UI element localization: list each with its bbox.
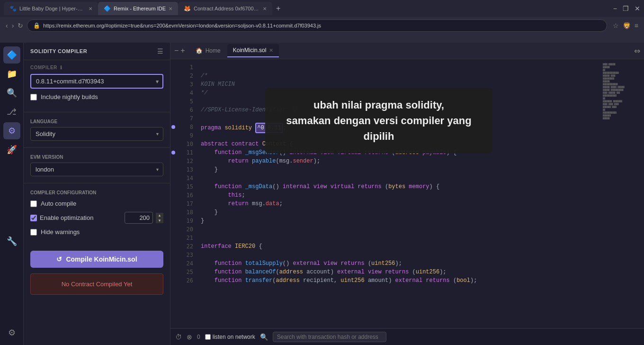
no-contract-box: No Contract Compiled Yet bbox=[30, 273, 163, 295]
address-bar[interactable]: 🔒 https://remix.ethereum.org/#optimize=t… bbox=[27, 19, 607, 32]
code-line-17: return msg.data; bbox=[201, 200, 595, 208]
compiler-info-icon: ℹ bbox=[60, 65, 63, 70]
auto-compile-checkbox[interactable] bbox=[30, 200, 37, 207]
browser-action-icons: ☆ 🦁 ≡ bbox=[613, 22, 638, 29]
language-section: LANGUAGE Solidity bbox=[24, 114, 170, 145]
listen-network-checkbox[interactable] bbox=[205, 334, 211, 340]
optimization-runs-input[interactable] bbox=[125, 212, 153, 224]
browser-toolbar: ‹ › ↻ 🔒 https://remix.ethereum.org/#opti… bbox=[0, 17, 644, 34]
compiler-version-select[interactable]: 0.8.11+commit.d7f03943 bbox=[30, 74, 163, 89]
editor-tab-koinmicin[interactable]: KoinMicin.sol ✕ bbox=[227, 44, 279, 57]
config-section: COMPILER CONFIGURATION Auto compile Enab… bbox=[24, 185, 170, 245]
tooltip-line2: samakan dengan versi compiler yang dipil… bbox=[278, 113, 479, 144]
back-button[interactable]: ‹ bbox=[6, 22, 8, 29]
divider-1 bbox=[24, 112, 170, 112]
history-icon[interactable]: ⏱ bbox=[175, 333, 182, 341]
browser-tab-1[interactable]: 🔷 Remix - Ethereum IDE ✕ bbox=[98, 2, 178, 15]
brave-icon[interactable]: 🦁 bbox=[623, 22, 631, 29]
tab-label-1: Remix - Ethereum IDE bbox=[114, 6, 166, 11]
language-label: LANGUAGE bbox=[30, 119, 163, 124]
auto-compile-label: Auto compile bbox=[41, 200, 76, 207]
maximize-button[interactable]: ❐ bbox=[623, 5, 629, 12]
evm-section: EVM VERSION london bbox=[24, 150, 170, 181]
code-line-12: return payable(msg.sender); bbox=[201, 157, 595, 165]
mini-map-content: ████ ██████ ██████ ██ ██████████████ ███… bbox=[599, 59, 644, 124]
include-nightly-label: Include nightly builds bbox=[41, 93, 98, 100]
panel-menu-icon[interactable]: ☰ bbox=[157, 47, 163, 55]
browser-tab-0[interactable]: 🐾 Little Baby Doge | Hyper-Deflationa...… bbox=[4, 2, 98, 15]
sidebar-item-tools[interactable]: 🔧 bbox=[3, 233, 20, 250]
sidebar-item-settings[interactable]: ⚙ bbox=[3, 324, 20, 341]
lock-icon: 🔒 bbox=[33, 22, 40, 29]
sidebar-item-git[interactable]: ⎇ bbox=[3, 103, 20, 120]
evm-label: EVM VERSION bbox=[30, 154, 163, 160]
listen-network-wrapper: listen on network bbox=[205, 334, 255, 340]
home-tab-icon: 🏠 bbox=[196, 47, 203, 54]
enable-optimization-label: Enable optimization bbox=[40, 214, 93, 221]
hide-warnings-checkbox[interactable] bbox=[30, 229, 37, 236]
forward-button[interactable]: › bbox=[12, 22, 14, 29]
auto-compile-row: Auto compile bbox=[30, 200, 163, 207]
tab-favicon-0: 🐾 bbox=[9, 5, 17, 12]
sidebar-item-deploy[interactable]: 🚀 bbox=[3, 141, 20, 158]
close-button[interactable]: ✕ bbox=[635, 5, 640, 12]
no-contract-label: No Contract Compiled Yet bbox=[62, 281, 133, 288]
language-select-wrapper: Solidity bbox=[30, 127, 163, 141]
config-label: COMPILER CONFIGURATION bbox=[30, 190, 163, 195]
sidebar-item-search[interactable]: 🔍 bbox=[3, 84, 20, 101]
search-bottom-icon[interactable]: 🔍 bbox=[260, 333, 268, 341]
enable-optimization-checkbox[interactable] bbox=[30, 215, 37, 221]
optimization-up-button[interactable]: ▲ bbox=[156, 213, 163, 218]
url-text: https://remix.ethereum.org/#optimize=tru… bbox=[43, 23, 600, 28]
clear-icon[interactable]: ⊗ bbox=[187, 333, 192, 341]
code-line-25: function balanceOf(address account) exte… bbox=[201, 268, 595, 276]
minimize-button[interactable]: − bbox=[613, 5, 617, 12]
sidebar-item-compile[interactable]: ⚙ bbox=[3, 122, 20, 139]
code-line-18: } bbox=[201, 208, 595, 217]
editor-expand-button[interactable]: ⇔ bbox=[634, 46, 640, 55]
transaction-search-input[interactable] bbox=[273, 332, 386, 342]
compile-icon: ↺ bbox=[56, 255, 62, 263]
sidebar-item-remix[interactable]: 🔷 bbox=[3, 46, 20, 64]
compile-button-label: Compile KoinMicin.sol bbox=[66, 255, 137, 263]
tooltip-overlay: ubah nilai pragma solidity, samakan deng… bbox=[265, 88, 492, 154]
panel-header: SOLIDITY COMPILER ☰ bbox=[24, 43, 170, 60]
new-tab-button[interactable]: + bbox=[272, 4, 284, 13]
compiler-section: COMPILER ℹ 0.8.11+commit.d7f03943 ▼ Incl… bbox=[24, 60, 170, 110]
code-line-16: this; bbox=[201, 191, 595, 200]
transaction-count: 0 bbox=[197, 334, 200, 340]
refresh-button[interactable]: ↻ bbox=[18, 22, 23, 29]
editor-tab-home[interactable]: 🏠 Home bbox=[190, 44, 226, 57]
code-line-1 bbox=[201, 63, 595, 72]
optimization-down-button[interactable]: ▼ bbox=[156, 218, 163, 223]
nav-buttons: ‹ › ↻ bbox=[6, 22, 23, 29]
editor-tabs: − + 🏠 Home KoinMicin.sol ✕ ⇔ bbox=[170, 43, 644, 59]
tab-close-2[interactable]: ✕ bbox=[263, 6, 267, 11]
compile-button[interactable]: ↺ Compile KoinMicin.sol bbox=[30, 251, 163, 268]
include-nightly-row: Include nightly builds bbox=[30, 93, 163, 100]
line-11-indicator bbox=[171, 151, 175, 154]
code-line-20 bbox=[201, 225, 595, 234]
include-nightly-checkbox[interactable] bbox=[30, 94, 37, 100]
code-line-22: interface IERC20 { bbox=[201, 242, 595, 251]
code-line-24: function totalSupply() external view ret… bbox=[201, 259, 595, 268]
zoom-in-icon[interactable]: + bbox=[180, 46, 185, 55]
compiler-panel: SOLIDITY COMPILER ☰ COMPILER ℹ 0.8.11+co… bbox=[24, 43, 170, 345]
language-select[interactable]: Solidity bbox=[30, 127, 163, 141]
code-line-13: } bbox=[201, 165, 595, 174]
hide-warnings-label: Hide warnings bbox=[41, 228, 80, 236]
menu-icon[interactable]: ≡ bbox=[635, 22, 638, 29]
evm-select-wrapper: london bbox=[30, 163, 163, 176]
zoom-out-icon[interactable]: − bbox=[174, 46, 179, 55]
tab-close-0[interactable]: ✕ bbox=[89, 6, 92, 11]
koinmicin-tab-close[interactable]: ✕ bbox=[269, 47, 273, 54]
tab-close-1[interactable]: ✕ bbox=[169, 6, 172, 11]
evm-select[interactable]: london bbox=[30, 163, 163, 176]
divider-2 bbox=[24, 147, 170, 148]
bookmark-icon[interactable]: ☆ bbox=[613, 22, 619, 29]
koinmicin-tab-label: KoinMicin.sol bbox=[233, 47, 267, 54]
icon-sidebar: 🔷 📁 🔍 ⎇ ⚙ 🚀 🔧 ⚙ bbox=[0, 43, 24, 345]
browser-tab-2[interactable]: 🦊 Contract Address 0xf67006f8d2... ✕ bbox=[178, 2, 272, 15]
main-layout: 🔷 📁 🔍 ⎇ ⚙ 🚀 🔧 ⚙ SOLIDITY COMPILER ☰ COMP… bbox=[0, 43, 644, 345]
sidebar-item-files[interactable]: 📁 bbox=[3, 65, 20, 82]
